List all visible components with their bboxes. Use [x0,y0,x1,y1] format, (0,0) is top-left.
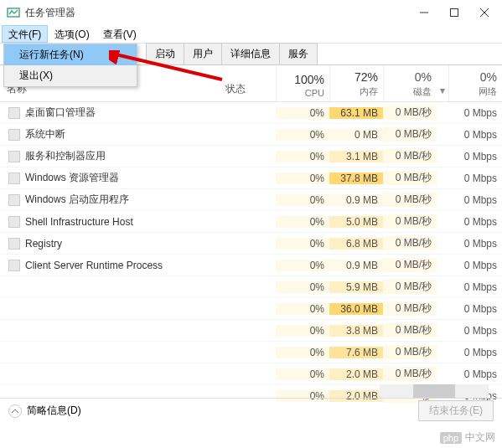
memory-value: 0 MB [329,129,383,141]
column-header-cpu[interactable]: 100% CPU [276,65,329,101]
process-name: 系统中断 [25,127,225,142]
table-row[interactable]: Registry0%6.8 MB0 MB/秒0 Mbps [0,233,502,255]
fewer-details-icon[interactable] [8,404,22,418]
memory-value: 37.8 MB [329,173,383,184]
cpu-value: 0% [276,260,329,271]
network-percent: 0% [480,70,497,84]
cpu-value: 0% [276,194,329,206]
network-label: 网络 [479,85,497,98]
menubar: 文件(F) 选项(O) 查看(V) [0,25,502,44]
close-button[interactable] [477,5,492,20]
process-icon [8,194,20,206]
maximize-button[interactable] [447,5,462,20]
network-value: 0 Mbps [448,129,502,141]
network-value: 0 Mbps [448,216,502,228]
process-icon [8,238,20,250]
cpu-value: 0% [276,347,329,358]
minimize-button[interactable] [417,5,432,20]
table-row[interactable]: 0%7.6 MB0 MB/秒0 Mbps [0,342,502,363]
process-name: 桌面窗口管理器 [25,106,225,120]
table-row[interactable]: Windows 启动应用程序0%0.9 MB0 MB/秒0 Mbps [0,189,502,211]
network-value: 0 Mbps [448,347,502,358]
table-row[interactable]: Shell Infrastructure Host0%5.0 MB0 MB/秒0… [0,211,502,233]
memory-value: 0.9 MB [329,260,383,271]
memory-percent: 72% [355,70,378,84]
table-row[interactable]: 0%2.0 MB0 MB/秒0 Mbps [0,363,502,385]
cpu-percent: 100% [294,73,324,86]
column-header-disk[interactable]: 0% 磁盘 [383,65,437,101]
network-value: 0 Mbps [448,194,502,206]
memory-value: 7.6 MB [329,347,383,358]
memory-label: 内存 [360,85,378,98]
process-name: Windows 启动应用程序 [25,193,225,207]
column-header-network[interactable]: 0% 网络 [448,65,502,101]
disk-value: 0 MB/秒 [383,367,437,381]
table-row[interactable]: Client Server Runtime Process0%0.9 MB0 M… [0,255,502,276]
end-task-button[interactable]: 结束任务(E) [418,400,494,421]
cpu-value: 0% [276,216,329,228]
column-status-label: 状态 [225,82,246,96]
column-header-memory[interactable]: 72% 内存 [329,65,383,101]
cpu-label: CPU [305,88,324,98]
watermark-brand: php [440,432,462,444]
process-icon [8,173,20,184]
process-icon [8,107,20,119]
disk-value: 0 MB/秒 [383,258,437,272]
table-row[interactable]: 桌面窗口管理器0%63.1 MB0 MB/秒0 Mbps [0,102,502,124]
menu-view[interactable]: 查看(V) [96,25,143,43]
network-value: 0 Mbps [448,303,502,315]
cpu-value: 0% [276,107,329,119]
tab-services[interactable]: 服务 [279,43,318,64]
disk-value: 0 MB/秒 [383,193,437,207]
network-value: 0 Mbps [448,281,502,293]
table-row[interactable]: 0%5.9 MB0 MB/秒0 Mbps [0,276,502,298]
menu-options[interactable]: 选项(O) [48,25,96,43]
column-header-status[interactable]: 状态 [225,65,276,101]
cpu-value: 0% [276,129,329,141]
disk-value: 0 MB/秒 [383,106,437,120]
memory-value: 2.0 MB [329,368,383,380]
table-row[interactable]: 0%3.8 MB0 MB/秒0 Mbps [0,320,502,342]
watermark-text: 中文网 [465,430,495,445]
cpu-value: 0% [276,281,329,293]
svg-line-5 [112,54,222,80]
chevron-down-icon[interactable]: ▾ [437,65,448,101]
process-icon [8,151,20,162]
table-row[interactable]: 服务和控制器应用0%3.1 MB0 MB/秒0 Mbps [0,146,502,167]
annotation-arrow [109,50,226,84]
disk-value: 0 MB/秒 [383,301,437,316]
titlebar: 任务管理器 [0,0,502,25]
disk-value: 0 MB/秒 [383,214,437,229]
disk-percent: 0% [415,70,432,84]
cpu-value: 0% [276,238,329,250]
disk-value: 0 MB/秒 [383,149,437,163]
svg-rect-2 [451,9,458,17]
process-name: 服务和控制器应用 [25,149,225,163]
tab-details[interactable]: 详细信息 [221,43,280,64]
disk-value: 0 MB/秒 [383,171,437,185]
network-value: 0 Mbps [448,238,502,250]
table-row[interactable]: 0%36.0 MB0 MB/秒0 Mbps [0,298,502,320]
memory-value: 6.8 MB [329,238,383,250]
memory-value: 3.8 MB [329,325,383,337]
fewer-details-link[interactable]: 简略信息(D) [27,404,81,418]
process-name: Shell Infrastructure Host [25,216,225,228]
table-row[interactable]: Windows 资源管理器0%37.8 MB0 MB/秒0 Mbps [0,167,502,189]
memory-value: 3.1 MB [329,151,383,162]
network-value: 0 Mbps [448,368,502,380]
scrollbar-thumb[interactable] [413,384,455,398]
window-controls [417,5,495,20]
cpu-value: 0% [276,368,329,380]
memory-value: 63.1 MB [329,107,383,119]
horizontal-scrollbar[interactable] [380,384,489,398]
disk-value: 0 MB/秒 [383,236,437,250]
watermark: php 中文网 [440,430,495,445]
table-row[interactable]: 系统中断0%0 MB0 MB/秒0 Mbps [0,124,502,146]
cpu-value: 0% [276,325,329,337]
memory-value: 5.9 MB [329,281,383,293]
memory-value: 36.0 MB [329,303,383,315]
disk-value: 0 MB/秒 [383,345,437,359]
network-value: 0 Mbps [448,173,502,184]
menu-file[interactable]: 文件(F) [2,25,48,43]
network-value: 0 Mbps [448,260,502,271]
